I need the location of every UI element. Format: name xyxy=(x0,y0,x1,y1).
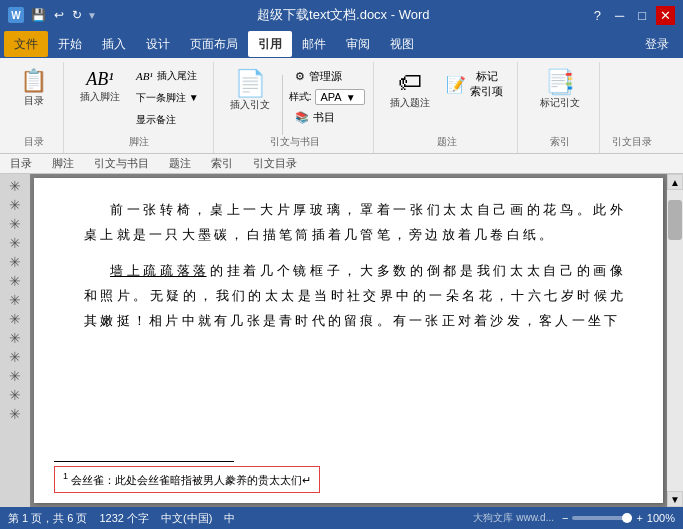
cit-toc-group-label: 引文目录 xyxy=(602,135,662,149)
scroll-thumb[interactable] xyxy=(668,200,682,240)
asterisk-12: ✳ xyxy=(9,387,21,403)
scroll-down-button[interactable]: ▼ xyxy=(667,491,683,507)
tab-footnote: 脚注 xyxy=(52,156,74,171)
insert-endnote-button[interactable]: AB¹ 插入尾注 xyxy=(130,66,205,86)
footnote-body: 会丝雀：此处会丝雀暗指被男人豢养的贵太太们↵ xyxy=(71,474,311,486)
style-row: 样式: APA ▼ xyxy=(289,89,366,105)
menu-file[interactable]: 文件 xyxy=(4,31,48,57)
minimize-button[interactable]: ─ xyxy=(611,6,628,25)
caption-group-label: 题注 xyxy=(376,135,517,149)
menu-references[interactable]: 引用 xyxy=(248,31,292,57)
ribbon-group-footnote: AB¹ 插入脚注 AB¹ 插入尾注 下一条脚注 ▼ 显示备注 脚注 xyxy=(66,62,214,153)
divider1 xyxy=(282,75,283,135)
menu-review[interactable]: 审阅 xyxy=(336,31,380,57)
next-fn-label: 下一条脚注 ▼ xyxy=(136,91,199,105)
endnote-label: 插入尾注 xyxy=(157,69,197,83)
insert-toc-button[interactable]: 📋 目录 xyxy=(14,66,54,112)
asterisk-10: ✳ xyxy=(9,349,21,365)
mark-citation-label: 标记引文 xyxy=(540,96,580,110)
document-area: ✳ ✳ ✳ ✳ ✳ ✳ ✳ ✳ ✳ ✳ ✳ ✳ ✳ 前 一 张 转 椅 ， 桌 … xyxy=(0,174,683,507)
footnote-content: 1 会丝雀：此处会丝雀暗指被男人豢养的贵太太们↵ xyxy=(54,466,320,493)
right-scrollbar[interactable]: ▲ ▼ xyxy=(667,174,683,507)
mark-entry-button[interactable]: 📝 标记 索引项 xyxy=(440,66,509,102)
menu-design[interactable]: 设计 xyxy=(136,31,180,57)
book-icon: 📚 xyxy=(295,111,309,124)
asterisk-8: ✳ xyxy=(9,311,21,327)
help-button[interactable]: ? xyxy=(590,6,605,25)
status-bar: 第 1 页，共 6 页 1232 个字 中文(中国) 中 大狗文库 www.d.… xyxy=(0,507,683,529)
redo-button[interactable]: ↻ xyxy=(69,6,85,24)
citations-stack: ⚙ 管理源 样式: APA ▼ 📚 书目 xyxy=(289,66,366,144)
save-button[interactable]: 💾 xyxy=(28,6,49,24)
insert-footnote-button[interactable]: AB¹ 插入脚注 xyxy=(74,66,126,108)
asterisk-9: ✳ xyxy=(9,330,21,346)
document-text: 前 一 张 转 椅 ， 桌 上 一 大 片 厚 玻 璃 ， 罩 着 一 张 们 … xyxy=(84,198,623,333)
menu-home[interactable]: 开始 xyxy=(48,31,92,57)
scroll-up-button[interactable]: ▲ xyxy=(667,174,683,190)
insert-citation-button[interactable]: 📄 插入引文 xyxy=(224,66,276,116)
mark-entry-label: 标记 索引项 xyxy=(470,69,503,99)
asterisk-4: ✳ xyxy=(9,235,21,251)
menu-view[interactable]: 视图 xyxy=(380,31,424,57)
bibliography-button[interactable]: 📚 书目 xyxy=(289,107,366,128)
scroll-track[interactable] xyxy=(667,190,683,491)
style-value: APA xyxy=(320,91,341,103)
window-title: 超级下载text文档.docx - Word xyxy=(97,6,590,24)
title-bar: W 💾 ↩ ↻ ▼ 超级下载text文档.docx - Word ? ─ □ ✕ xyxy=(0,0,683,30)
tab-toc: 目录 xyxy=(10,156,32,171)
zoom-in-btn[interactable]: + xyxy=(636,512,642,524)
footnote-area: 1 会丝雀：此处会丝雀暗指被男人豢养的贵太太们↵ xyxy=(54,453,643,493)
footnote-stack: AB¹ 插入尾注 下一条脚注 ▼ 显示备注 xyxy=(130,66,205,146)
zoom-thumb[interactable] xyxy=(622,513,632,523)
status-text: 大狗文库 www.d... xyxy=(473,511,554,525)
input-mode: 中 xyxy=(224,511,235,526)
undo-button[interactable]: ↩ xyxy=(51,6,67,24)
citation-icon: 📄 xyxy=(234,70,266,96)
close-button[interactable]: ✕ xyxy=(656,6,675,25)
footnote-number: 1 xyxy=(63,471,68,481)
asterisk-1: ✳ xyxy=(9,178,21,194)
bibliography-label: 书目 xyxy=(313,110,335,125)
ribbon-group-cit-toc: 引文目录 xyxy=(602,62,662,153)
next-footnote-button[interactable]: 下一条脚注 ▼ xyxy=(130,88,205,108)
style-dropdown[interactable]: APA ▼ xyxy=(315,89,365,105)
toc-label: 目录 xyxy=(24,94,44,108)
asterisk-3: ✳ xyxy=(9,216,21,232)
paragraph-1: 前 一 张 转 椅 ， 桌 上 一 大 片 厚 玻 璃 ， 罩 着 一 张 们 … xyxy=(84,198,623,247)
left-margin: ✳ ✳ ✳ ✳ ✳ ✳ ✳ ✳ ✳ ✳ ✳ ✳ ✳ xyxy=(0,174,30,507)
status-right: 大狗文库 www.d... − + 100% xyxy=(473,511,675,525)
endnote-icon-label: AB¹ xyxy=(136,70,153,82)
login-button[interactable]: 登录 xyxy=(635,31,679,57)
asterisk-6: ✳ xyxy=(9,273,21,289)
asterisk-7: ✳ xyxy=(9,292,21,308)
mark-icon: 📝 xyxy=(446,75,466,94)
zoom-out-btn[interactable]: − xyxy=(562,512,568,524)
insert-citation-label: 插入引文 xyxy=(230,98,270,112)
language: 中文(中国) xyxy=(161,511,212,526)
caption-icon: 🏷 xyxy=(398,70,422,94)
page-info: 第 1 页，共 6 页 xyxy=(8,511,87,526)
caption-stack: 📝 标记 索引项 xyxy=(440,66,509,118)
insert-caption-button[interactable]: 🏷 插入题注 xyxy=(384,66,436,114)
page-content: 前 一 张 转 椅 ， 桌 上 一 大 片 厚 玻 璃 ， 罩 着 一 张 们 … xyxy=(34,178,663,503)
title-bar-left: W 💾 ↩ ↻ ▼ xyxy=(8,6,97,24)
word-icon: W xyxy=(8,7,24,23)
zoom-control: − + 100% xyxy=(562,512,675,524)
menu-insert[interactable]: 插入 xyxy=(92,31,136,57)
maximize-button[interactable]: □ xyxy=(634,6,650,25)
mark-citation-button[interactable]: 📑 标记引文 xyxy=(534,66,586,114)
menu-bar: 文件 开始 插入 设计 页面布局 引用 邮件 审阅 视图 登录 xyxy=(0,30,683,58)
manage-sources-button[interactable]: ⚙ 管理源 xyxy=(289,66,366,87)
citations-group-label: 引文与书目 xyxy=(216,135,374,149)
menu-mailings[interactable]: 邮件 xyxy=(292,31,336,57)
window-controls: ? ─ □ ✕ xyxy=(590,6,675,25)
footnote-group-label: 脚注 xyxy=(66,135,213,149)
zoom-slider[interactable] xyxy=(572,516,632,520)
ribbon-group-citations: 📄 插入引文 ⚙ 管理源 样式: APA ▼ 📚 书目 xyxy=(216,62,375,153)
footnote-divider xyxy=(54,461,234,462)
toc-group-label: 目录 xyxy=(4,135,63,149)
show-notes-button[interactable]: 显示备注 xyxy=(130,110,205,130)
menu-layout[interactable]: 页面布局 xyxy=(180,31,248,57)
toc-icon: 📋 xyxy=(20,70,47,92)
quick-access-toolbar: 💾 ↩ ↻ ▼ xyxy=(28,6,97,24)
